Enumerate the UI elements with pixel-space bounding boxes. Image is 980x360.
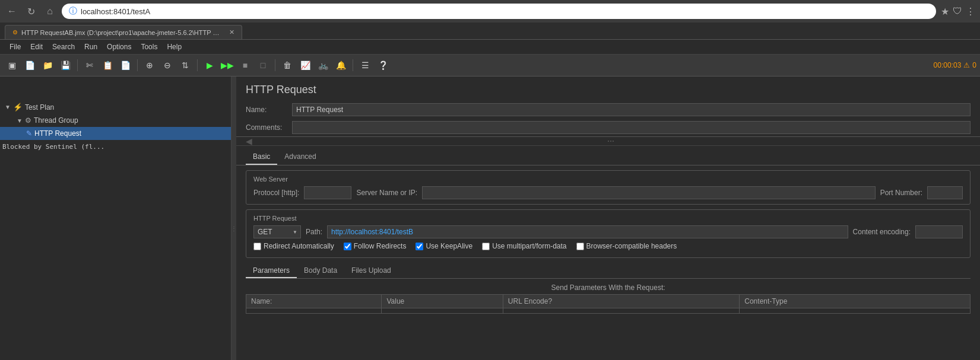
name-row: Name: bbox=[236, 101, 980, 119]
toolbar: ▣ 📄 📁 💾 ✄ 📋 📄 ⊕ ⊖ ⇅ ▶ ▶▶ ■ □ 🗑 📈 🚲 🔔 ☰ ❔… bbox=[0, 55, 980, 77]
keepalive-checkbox[interactable]: Use KeepAlive bbox=[416, 242, 472, 250]
menu-run[interactable]: Run bbox=[80, 41, 102, 53]
http-request-section: HTTP Request GET POST PUT DELETE Path: C… bbox=[246, 209, 971, 258]
menu-options[interactable]: Options bbox=[102, 41, 136, 53]
comments-row: Comments: bbox=[236, 119, 980, 136]
comments-input[interactable] bbox=[292, 121, 971, 134]
menu-search[interactable]: Search bbox=[47, 41, 80, 53]
tree-item-test-plan[interactable]: ▼ ⚡ Test Plan bbox=[0, 100, 231, 114]
browser-compat-checkbox[interactable]: Browser-compatible headers bbox=[576, 242, 677, 250]
sub-tab-strip: Parameters Body Data Files Upload bbox=[246, 260, 971, 279]
follow-redirects-input[interactable] bbox=[344, 243, 351, 250]
reload-button[interactable]: ↻ bbox=[24, 4, 38, 18]
menu-icon[interactable]: ⋮ bbox=[966, 6, 975, 17]
bookmark-icon[interactable]: ★ bbox=[941, 6, 949, 17]
path-label: Path: bbox=[306, 228, 322, 236]
tree-item-http-request[interactable]: ✎ HTTP Request bbox=[0, 127, 231, 140]
browser-compat-input[interactable] bbox=[576, 243, 584, 250]
sub-tab-parameters[interactable]: Parameters bbox=[246, 264, 297, 278]
params-cell-2 bbox=[382, 308, 503, 314]
sub-tab-body-data[interactable]: Body Data bbox=[297, 264, 344, 278]
report-button[interactable]: 📈 bbox=[297, 57, 313, 74]
back-button[interactable]: ← bbox=[5, 4, 19, 18]
toolbar-sep-3 bbox=[197, 59, 198, 71]
name-label: Name: bbox=[246, 106, 287, 114]
cut-button[interactable]: ✄ bbox=[81, 57, 98, 74]
collapse-arrow-test-plan: ▼ bbox=[5, 104, 11, 110]
address-bar[interactable]: ⓘ localhost:8401/testA bbox=[62, 4, 936, 19]
home-button[interactable]: ⌂ bbox=[43, 4, 57, 18]
path-input[interactable] bbox=[327, 225, 848, 238]
sub-tab-files-upload[interactable]: Files Upload bbox=[344, 264, 398, 278]
follow-redirects-checkbox[interactable]: Follow Redirects bbox=[344, 242, 407, 250]
help-button[interactable]: ❔ bbox=[375, 57, 391, 74]
method-wrapper: GET POST PUT DELETE bbox=[253, 225, 301, 238]
shutdown-button[interactable]: □ bbox=[255, 57, 271, 74]
bike-button[interactable]: 🚲 bbox=[315, 57, 331, 74]
collapse-button[interactable]: ⊖ bbox=[159, 57, 176, 74]
params-empty-row bbox=[246, 308, 971, 314]
server-name-label: Server Name or IP: bbox=[356, 189, 417, 197]
protocol-input[interactable] bbox=[304, 186, 351, 199]
menu-tools[interactable]: Tools bbox=[136, 41, 162, 53]
copy-button[interactable]: 📋 bbox=[99, 57, 116, 74]
expand-button[interactable]: ⊕ bbox=[141, 57, 158, 74]
toggle-button[interactable]: ⇅ bbox=[177, 57, 194, 74]
col-value: Value bbox=[382, 295, 503, 308]
tab-advanced[interactable]: Advanced bbox=[277, 149, 323, 165]
paste-button[interactable]: 📄 bbox=[117, 57, 134, 74]
multipart-input[interactable] bbox=[482, 243, 490, 250]
redirect-auto-input[interactable] bbox=[253, 243, 261, 250]
security-icon: ⓘ bbox=[69, 6, 77, 17]
log-button[interactable]: ☰ bbox=[357, 57, 373, 74]
web-server-title: Web Server bbox=[253, 176, 963, 183]
save-button[interactable]: 💾 bbox=[57, 57, 74, 74]
warning-icon: ⚠ bbox=[963, 61, 970, 69]
http-request-icon: ✎ bbox=[26, 129, 32, 138]
port-label: Port Number: bbox=[880, 189, 922, 197]
template-button[interactable]: 📄 bbox=[21, 57, 38, 74]
tree-item-thread-group[interactable]: ▼ ⚙ Thread Group bbox=[0, 114, 231, 127]
col-url-encode: URL Encode? bbox=[503, 295, 739, 308]
menu-edit[interactable]: Edit bbox=[26, 41, 47, 53]
encoding-input[interactable] bbox=[915, 225, 963, 238]
params-cell-3 bbox=[503, 308, 739, 314]
menu-file[interactable]: File bbox=[5, 41, 26, 53]
panel-title: HTTP Request bbox=[236, 77, 980, 101]
menu-help[interactable]: Help bbox=[162, 41, 186, 53]
tab-basic[interactable]: Basic bbox=[246, 149, 277, 165]
keepalive-label: Use KeepAlive bbox=[426, 242, 472, 250]
shield-icon: 🛡 bbox=[953, 6, 962, 17]
run-no-pause-button[interactable]: ▶▶ bbox=[219, 57, 236, 74]
params-table: Name: Value URL Encode? Content-Type bbox=[246, 294, 971, 314]
tab-title: HTTP RequestAB.jmx (D:\project\pro1\apac… bbox=[21, 29, 223, 36]
resize-handle-left: ◀ bbox=[246, 136, 252, 146]
main-content: Blocked by Sentinel (fl... ▼ ⚡ Test Plan… bbox=[0, 77, 980, 360]
clear-button[interactable]: 🗑 bbox=[279, 57, 296, 74]
redirect-auto-checkbox[interactable]: Redirect Automatically bbox=[253, 242, 334, 250]
open-button[interactable]: 📁 bbox=[39, 57, 56, 74]
stop-button[interactable]: ■ bbox=[237, 57, 253, 74]
keepalive-input[interactable] bbox=[416, 243, 423, 250]
main-tab-strip: Basic Advanced bbox=[236, 146, 980, 165]
toolbar-sep-4 bbox=[275, 59, 275, 71]
redirect-auto-label: Redirect Automatically bbox=[264, 242, 334, 250]
http-request-label: HTTP Request bbox=[34, 129, 81, 138]
new-button[interactable]: ▣ bbox=[4, 57, 20, 74]
params-cell-4 bbox=[740, 308, 971, 314]
method-select[interactable]: GET POST PUT DELETE bbox=[253, 225, 301, 238]
panel-resizer[interactable]: ⋮ bbox=[231, 77, 236, 360]
browser-tab[interactable]: ⚙ HTTP RequestAB.jmx (D:\project\pro1\ap… bbox=[5, 25, 242, 39]
server-name-input[interactable] bbox=[422, 186, 876, 199]
port-input[interactable] bbox=[927, 186, 963, 199]
server-row: Protocol [http]: Server Name or IP: Port… bbox=[253, 186, 963, 199]
name-input[interactable] bbox=[292, 103, 971, 116]
tab-close-button[interactable]: ✕ bbox=[229, 28, 234, 36]
browser-nav: ← ↻ ⌂ ⓘ localhost:8401/testA ★ 🛡 ⋮ bbox=[0, 0, 980, 23]
remote-button[interactable]: 🔔 bbox=[332, 57, 349, 74]
tab-bar: ⚙ HTTP RequestAB.jmx (D:\project\pro1\ap… bbox=[0, 23, 980, 39]
thread-group-icon: ⚙ bbox=[25, 116, 31, 125]
multipart-checkbox[interactable]: Use multipart/form-data bbox=[482, 242, 566, 250]
col-content-type: Content-Type bbox=[740, 295, 971, 308]
run-button[interactable]: ▶ bbox=[201, 57, 218, 74]
